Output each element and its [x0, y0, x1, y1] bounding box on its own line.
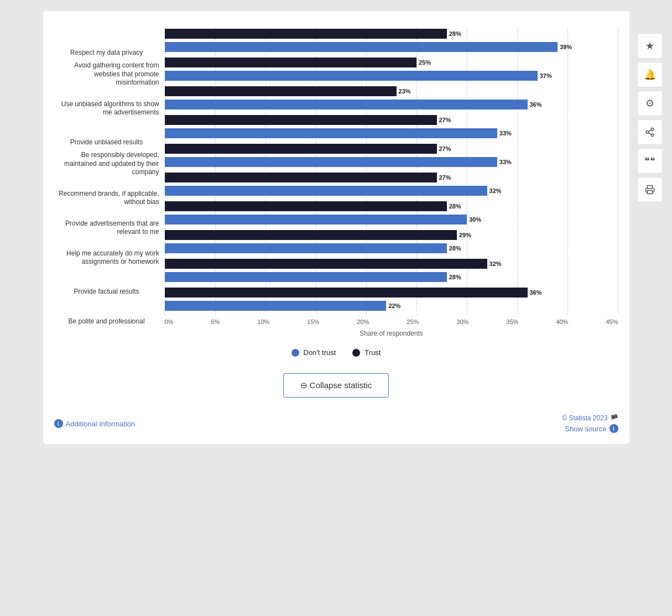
dont-trust-bar-label-6: 30%	[469, 216, 481, 223]
y-label-8: Provide factual results	[54, 267, 159, 296]
dont-trust-bar-row-0: 39%	[165, 41, 618, 53]
bar-pair-2: 23%36%	[165, 85, 618, 112]
svg-rect-5	[647, 191, 652, 194]
x-tick-0: 0%	[165, 319, 174, 325]
y-label-text-9: Be polite and professional	[68, 317, 144, 326]
dont-trust-bar-row-1: 37%	[165, 70, 618, 82]
trust-bar-3	[165, 115, 437, 125]
additional-info-link[interactable]: i Additional Information	[54, 419, 136, 428]
chart-legend: Don't trust Trust	[54, 348, 618, 357]
dont-trust-bar-5	[165, 186, 487, 196]
x-tick-2: 10%	[257, 319, 269, 325]
bar-pair-4: 27%33%	[165, 143, 618, 169]
sidebar: ★ 🔔 ⚙ ❝❝	[637, 33, 663, 202]
trust-bar-row-8: 32%	[165, 258, 618, 270]
dont-trust-bar-label-1: 37%	[540, 72, 552, 79]
y-label-2: Use unbiased algorithms to show me adver…	[54, 87, 159, 117]
legend-dont-trust-label: Don't trust	[304, 348, 336, 357]
dont-trust-bar-6	[165, 215, 467, 225]
y-axis-labels: Respect my data privacyAvoid gathering c…	[54, 28, 165, 337]
trust-bar-label-2: 23%	[399, 88, 411, 95]
trust-bar-6	[165, 201, 447, 211]
trust-bar-9	[165, 288, 528, 297]
collapse-statistic-button[interactable]: ⊖ Collapse statistic	[283, 373, 389, 398]
y-label-0: Respect my data privacy	[54, 28, 159, 58]
svg-line-3	[648, 133, 651, 134]
dont-trust-bar-8	[165, 272, 447, 282]
dont-trust-bar-row-7: 28%	[165, 242, 618, 254]
bar-pair-3: 27%33%	[165, 114, 618, 140]
dont-trust-bar-7	[165, 243, 447, 253]
dont-trust-bar-3	[165, 128, 497, 138]
svg-point-2	[651, 134, 654, 137]
y-label-3: Provide unbiased results	[54, 117, 159, 147]
trust-bar-label-1: 25%	[419, 59, 431, 66]
trust-bar-label-4: 27%	[439, 145, 451, 152]
flag-icon: 🏴	[610, 414, 618, 422]
y-label-text-0: Respect my data privacy	[70, 49, 143, 58]
trust-bar-5	[165, 173, 437, 182]
y-label-text-7: Help me accurately do my work assignment…	[54, 249, 159, 267]
x-tick-1: 5%	[211, 319, 220, 325]
x-tick-3: 15%	[307, 319, 319, 325]
x-tick-5: 25%	[407, 319, 419, 325]
svg-point-0	[651, 128, 654, 131]
dont-trust-bar-0	[165, 42, 558, 52]
trust-bar-label-8: 32%	[489, 260, 502, 267]
dont-trust-bar-row-5: 32%	[165, 185, 618, 197]
trust-bar-row-5: 27%	[165, 171, 618, 184]
y-label-text-3: Provide unbiased results	[70, 138, 143, 147]
trust-bar-1	[165, 58, 417, 67]
info-icon: i	[54, 419, 63, 428]
dont-trust-bar-label-2: 36%	[530, 101, 542, 108]
dont-trust-bar-label-9: 22%	[388, 302, 400, 309]
chart-container: ★ 🔔 ⚙ ❝❝ Respect my data privacyAvoid ga…	[43, 11, 629, 444]
y-label-6: Provide advertisements that are relevant…	[54, 207, 159, 237]
dont-trust-bar-label-8: 28%	[449, 274, 461, 280]
svg-line-4	[648, 130, 651, 132]
trust-bar-row-1: 25%	[165, 56, 618, 69]
dont-trust-bar-label-4: 33%	[499, 159, 512, 165]
notification-button[interactable]: 🔔	[637, 62, 663, 87]
dont-trust-bar-4	[165, 157, 497, 167]
trust-bar-2	[165, 86, 397, 96]
x-tick-9: 45%	[606, 319, 618, 325]
statista-copyright: © Statista 2023 🏴	[562, 414, 618, 422]
bar-pair-7: 29%28%	[165, 229, 618, 255]
bar-pair-1: 25%37%	[165, 56, 618, 83]
bookmark-button[interactable]: ★	[637, 33, 663, 59]
trust-bar-0	[165, 29, 447, 39]
y-label-9: Be polite and professional	[54, 296, 159, 326]
trust-bar-row-9: 36%	[165, 286, 618, 299]
dont-trust-bar-row-6: 30%	[165, 213, 618, 226]
dont-trust-bar-row-3: 33%	[165, 127, 618, 139]
quote-button[interactable]: ❝❝	[637, 148, 663, 174]
dont-trust-bar-row-4: 33%	[165, 156, 618, 168]
y-label-1: Avoid gathering content from websties th…	[54, 58, 159, 87]
settings-button[interactable]: ⚙	[637, 91, 663, 116]
dont-trust-bar-1	[165, 71, 538, 81]
show-source-link[interactable]: Show source i	[562, 424, 618, 433]
dont-trust-bar-label-3: 33%	[499, 130, 512, 137]
statista-copyright-text: © Statista 2023	[562, 414, 607, 422]
trust-bar-label-9: 36%	[530, 289, 542, 296]
trust-bar-7	[165, 230, 457, 240]
y-label-7: Help me accurately do my work assignment…	[54, 237, 159, 267]
bar-pair-5: 27%32%	[165, 171, 618, 198]
print-button[interactable]	[637, 177, 663, 202]
y-label-text-8: Provide factual results	[74, 288, 139, 296]
trust-bar-4	[165, 144, 437, 154]
y-label-5: Recommend brands, if applicable, without…	[54, 177, 159, 207]
dont-trust-bar-9	[165, 301, 387, 311]
y-label-text-2: Use unbiased algorithms to show me adver…	[54, 100, 159, 117]
additional-info-label: Additional Information	[66, 420, 136, 428]
chart-area: Respect my data privacyAvoid gathering c…	[54, 28, 618, 337]
x-axis: 0%5%10%15%20%25%30%35%40%45%	[165, 319, 618, 327]
legend-dot-dont-trust	[291, 349, 299, 357]
footer-right: © Statista 2023 🏴 Show source i	[562, 414, 618, 433]
dont-trust-bar-row-9: 22%	[165, 300, 618, 312]
source-info-icon: i	[610, 424, 618, 433]
dont-trust-bar-label-0: 39%	[560, 44, 572, 50]
share-button[interactable]	[637, 119, 663, 145]
x-tick-8: 40%	[556, 319, 568, 325]
